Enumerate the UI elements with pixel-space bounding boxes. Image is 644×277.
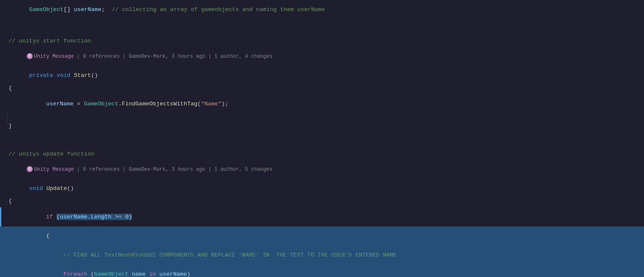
code-line-1: GameObject[] userName; // collecting an … — [0, 0, 644, 19]
code-line-close-brace-start: } — [0, 123, 644, 132]
code-line-open-brace-update: { — [0, 198, 644, 207]
code-line-empty-guide1 — [0, 113, 644, 123]
code-line-2 — [0, 19, 644, 28]
code-line-meta-start: ⚙Unity Message | 0 references | GameDev-… — [0, 47, 644, 66]
code-line-comment-update: // unitys update function — [0, 151, 644, 160]
code-line-find-comment: // FIND ALL TextMeshProUGUI COMPONENTS A… — [0, 246, 644, 265]
code-line-start-decl: private void Start() — [0, 66, 644, 85]
unity-message-start: Unity Message — [34, 54, 74, 59]
guide-line-1 — [7, 113, 7, 123]
code-line-start-body: userName = GameObject.FindGameObjectsWit… — [0, 94, 644, 113]
left-blue-marker — [0, 207, 1, 226]
unity-message-update: Unity Message — [34, 167, 74, 172]
code-line-comment-start: // unitys start function — [0, 38, 644, 47]
code-line-update-decl: void Update() — [0, 179, 644, 198]
code-line-if: if (userName.Length >= 0) — [0, 207, 644, 226]
code-line-open-brace-start: { — [0, 85, 644, 94]
unity-icon-start: ⚙ — [27, 53, 33, 59]
code-editor: GameObject[] userName; // collecting an … — [0, 0, 644, 277]
code-line-empty2 — [0, 141, 644, 151]
code-line-empty1 — [0, 132, 644, 141]
unity-icon-update: ⚙ — [27, 166, 33, 172]
code-line-3 — [0, 28, 644, 38]
code-line-if-open: { — [0, 226, 644, 246]
code-line-foreach: foreach (GameObject name in userName) — [0, 265, 644, 277]
code-line-meta-update: ⚙Unity Message | 0 references | GameDev-… — [0, 160, 644, 179]
